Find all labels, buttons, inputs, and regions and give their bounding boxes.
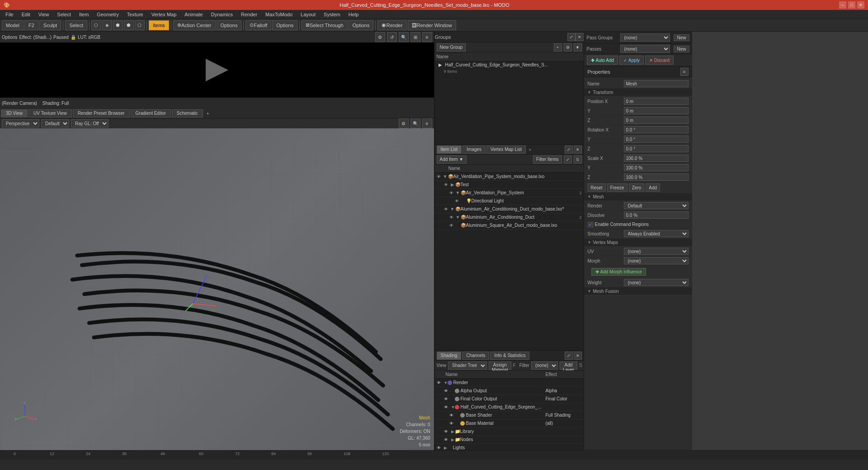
- position-z-input[interactable]: [624, 117, 689, 124]
- options-3-button[interactable]: Options: [349, 20, 374, 30]
- eye-icon[interactable]: 👁: [444, 389, 451, 393]
- tab-gradient-editor[interactable]: Gradient Editor: [131, 109, 171, 118]
- preview-canvas[interactable]: [0, 42, 434, 98]
- shader-content[interactable]: 👁 ▼ Render 👁 Alpha Output Alpha: [435, 379, 584, 450]
- shader-row[interactable]: 👁 Base Material (all): [435, 419, 584, 428]
- shader-row[interactable]: 👁 Final Color Output Final Color: [435, 395, 584, 403]
- group-scene-item[interactable]: ▶ Half_Curved_Cutting_Edge_Surgeon_Needl…: [435, 61, 584, 68]
- add-layer-button[interactable]: Add Layer: [560, 362, 577, 370]
- ray-gl-dropdown[interactable]: Ray GL: Off: [71, 119, 108, 127]
- preview-ctrl-4[interactable]: ⊞: [410, 32, 420, 42]
- eye-icon[interactable]: 👁: [444, 429, 451, 434]
- options-1-button[interactable]: Options: [217, 20, 242, 30]
- menu-view[interactable]: View: [35, 11, 53, 18]
- uv-dropdown[interactable]: (none): [624, 248, 689, 255]
- list-item[interactable]: 👁 📦 Aluminium_Square_Air_Duct_modo_base.…: [435, 221, 584, 230]
- select-button[interactable]: Select: [65, 20, 87, 30]
- menu-vertex-map[interactable]: Vertex Map: [148, 11, 180, 18]
- expand-icon[interactable]: ▶: [451, 437, 455, 442]
- eye-icon[interactable]: 👁: [444, 405, 451, 409]
- menu-file[interactable]: File: [2, 11, 17, 18]
- tab-vertex-map-list[interactable]: Vertex Map List: [486, 146, 526, 154]
- menu-render[interactable]: Render: [237, 11, 261, 18]
- shader-row[interactable]: 👁 Alpha Output Alpha: [435, 387, 584, 395]
- menu-select[interactable]: Select: [53, 11, 75, 18]
- menu-maxtomodo[interactable]: MaxToModo: [262, 11, 296, 18]
- tool-icon-1[interactable]: ⬡: [91, 20, 101, 30]
- smoothing-dropdown[interactable]: Always Enabled: [624, 230, 689, 237]
- groups-add-icon[interactable]: +: [554, 43, 562, 52]
- list-item[interactable]: 👁 ▶ 📦 Test: [435, 181, 584, 189]
- expand-icon[interactable]: ▼: [455, 190, 461, 195]
- tab-3d-view[interactable]: 3D View: [1, 109, 28, 118]
- reset-button[interactable]: Reset: [588, 183, 606, 192]
- apply-button[interactable]: ✓ Apply: [619, 56, 644, 65]
- eye-icon[interactable]: 👁: [449, 413, 457, 418]
- tab-info-stats[interactable]: Info & Statistics: [490, 352, 529, 360]
- tab-item-list[interactable]: Item List: [437, 146, 462, 154]
- add-morph-button[interactable]: ✚ Add Morph Influence: [591, 268, 646, 276]
- shader-view-dropdown[interactable]: Shader Tree: [448, 362, 487, 370]
- menu-system[interactable]: System: [320, 11, 344, 18]
- new-group-button[interactable]: New Group: [437, 43, 466, 52]
- shader-close-icon[interactable]: ✕: [574, 352, 582, 360]
- tab-add[interactable]: +: [204, 110, 212, 117]
- vp-menu-icon[interactable]: ≡: [422, 118, 432, 128]
- eye-icon[interactable]: 👁: [444, 207, 448, 212]
- weight-dropdown[interactable]: (none): [624, 279, 689, 286]
- render-dropdown[interactable]: Default: [624, 202, 689, 209]
- preview-ctrl-3[interactable]: 🔍: [399, 32, 409, 42]
- assign-material-button[interactable]: Assign Material: [489, 362, 511, 370]
- preview-ctrl-2[interactable]: ↺: [387, 32, 397, 42]
- menu-item[interactable]: Item: [75, 11, 92, 18]
- menu-help[interactable]: Help: [345, 11, 363, 18]
- expand-icon[interactable]: ▶: [444, 446, 448, 450]
- scale-z-input[interactable]: [624, 174, 689, 181]
- tab-images[interactable]: Images: [462, 146, 486, 154]
- render-button[interactable]: ◉ Render: [377, 20, 406, 30]
- scale-y-input[interactable]: [624, 164, 689, 171]
- projection-dropdown[interactable]: Perspective: [2, 119, 39, 127]
- mode-f2-button[interactable]: F2: [24, 20, 38, 30]
- shader-expand-icon[interactable]: ⤢: [565, 352, 573, 360]
- maximize-button[interactable]: □: [848, 1, 855, 9]
- scale-x-input[interactable]: [624, 155, 689, 162]
- menu-texture[interactable]: Texture: [123, 11, 147, 18]
- morph-dropdown[interactable]: (none): [624, 257, 689, 264]
- list-item[interactable]: 👁 ▼ 📦 Air_Ventilation_Pipe_System 2: [435, 189, 584, 197]
- menu-edit[interactable]: Edit: [18, 11, 34, 18]
- rotation-y-input[interactable]: [624, 136, 689, 143]
- close-button[interactable]: ✕: [857, 1, 864, 9]
- preview-ctrl-5[interactable]: ≡: [422, 32, 432, 42]
- groups-menu-icon[interactable]: ✕: [576, 33, 584, 41]
- viewport-canvas[interactable]: Y X Z Mesh Channels: 0 Deformers: ON GL:…: [0, 128, 434, 450]
- menu-animate[interactable]: Animate: [181, 11, 206, 18]
- transform-section-header[interactable]: ▼ Transform: [584, 89, 692, 97]
- tab-shading[interactable]: Shading: [437, 352, 462, 360]
- item-list-close-icon[interactable]: ✕: [574, 146, 582, 154]
- shader-filter-dropdown[interactable]: (none): [531, 362, 558, 370]
- eye-icon[interactable]: 👁: [449, 191, 453, 195]
- props-menu-icon[interactable]: ≡: [680, 68, 689, 76]
- menu-layout[interactable]: Layout: [297, 11, 319, 18]
- tab-add-item-list[interactable]: +: [528, 147, 531, 152]
- list-item[interactable]: 👁 ▼ 📦 Aluminium_Air_Conditioning_Duct_mo…: [435, 205, 584, 213]
- groups-content[interactable]: ▶ Half_Curved_Cutting_Edge_Surgeon_Needl…: [435, 61, 584, 144]
- eye-icon[interactable]: 👁: [449, 421, 457, 426]
- position-x-input[interactable]: [624, 98, 689, 105]
- eye-icon[interactable]: 👁: [449, 223, 453, 228]
- tool-icon-5[interactable]: ⬠: [135, 20, 145, 30]
- tab-render-preset[interactable]: Render Preset Browser: [73, 109, 130, 118]
- eye-icon[interactable]: 👁: [449, 215, 453, 220]
- tool-icon-3[interactable]: ⬢: [113, 20, 123, 30]
- select-through-button[interactable]: ⊠ Select Through: [302, 20, 347, 30]
- timeline-ruler[interactable]: 0 12 24 36 48 60 72 84 96 108 120: [0, 451, 868, 460]
- mesh-section-header[interactable]: ▼ Mesh: [584, 193, 692, 201]
- groups-settings-icon[interactable]: ⚙: [564, 43, 572, 52]
- preview-ctrl-1[interactable]: ⚙: [375, 32, 385, 42]
- expand-icon[interactable]: ▶: [451, 429, 455, 434]
- mode-sculpt-button[interactable]: Sculpt: [39, 20, 61, 30]
- shader-row[interactable]: 👁 ▼ Half_Curved_Cutting_Edge_Surgeon_...: [435, 403, 584, 411]
- shader-row[interactable]: 👁 ▶ 📁 Nodes: [435, 436, 584, 444]
- tab-schematic[interactable]: Schematic: [172, 109, 203, 118]
